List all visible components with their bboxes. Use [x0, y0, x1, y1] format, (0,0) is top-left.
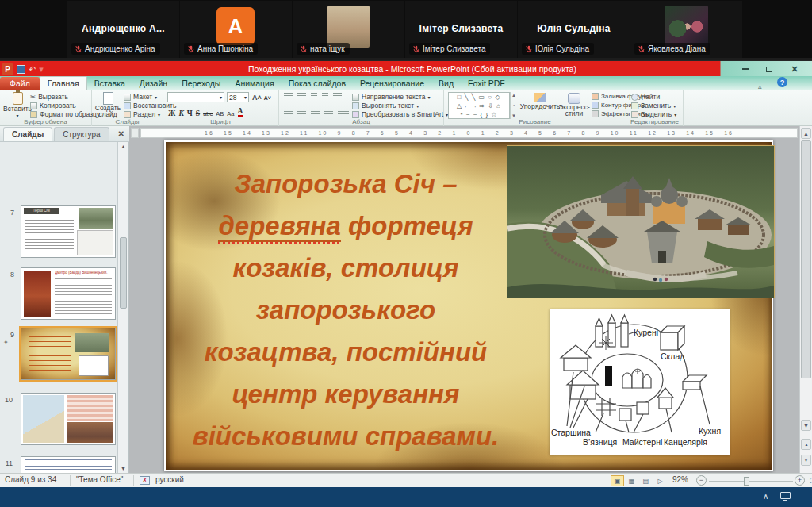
fit-to-window-button[interactable]: ⛶	[806, 475, 812, 486]
select-button[interactable]: Выделить▾	[631, 110, 676, 118]
tab-insert[interactable]: Вставка	[87, 77, 132, 90]
save-icon[interactable]	[17, 65, 25, 74]
change-case-button[interactable]: Аа	[227, 110, 234, 117]
tab-review[interactable]: Рецензирование	[353, 77, 431, 90]
slide-text-block[interactable]: Запорозька Січ – деревяна фортеця козакі…	[172, 163, 519, 457]
align-left-icon[interactable]	[284, 109, 293, 116]
tab-animations[interactable]: Анимация	[228, 77, 281, 90]
indent-decrease-icon[interactable]	[311, 93, 317, 100]
tab-transitions[interactable]: Переходы	[174, 77, 228, 90]
section-button[interactable]: Раздел▾	[124, 110, 160, 118]
panel-scroll-up-icon[interactable]: ▲	[118, 144, 128, 149]
scroll-up-button[interactable]: ▲	[801, 128, 811, 139]
tab-file[interactable]: Файл	[0, 77, 40, 90]
slide-sorter-view-button[interactable]: ▦	[625, 475, 638, 486]
align-right-icon[interactable]	[311, 109, 320, 116]
quick-styles-button[interactable]: Экспресс-стили	[558, 93, 590, 117]
align-center-icon[interactable]	[297, 109, 306, 116]
slide-thumbnail-9-selected[interactable]	[21, 328, 116, 380]
title-bar[interactable]: P ↶ ▾ Походження українського козацтва -…	[0, 60, 812, 76]
arrange-button[interactable]: Упорядочить	[522, 93, 558, 110]
font-color-button[interactable]: А	[238, 107, 243, 117]
animation-star-icon[interactable]: ✦	[3, 339, 9, 346]
tab-view[interactable]: Вид	[431, 77, 461, 90]
strikethrough-button[interactable]: S	[196, 109, 200, 117]
minimize-button[interactable]	[736, 63, 755, 75]
tab-design[interactable]: Дизайн	[132, 77, 174, 90]
participant-tile[interactable]: Імітер Єлизавета Імітер Єлизавета	[405, 1, 517, 58]
powerpoint-app-icon[interactable]: P	[2, 63, 13, 75]
zoom-slider-track[interactable]	[709, 481, 793, 482]
paste-dropdown-icon[interactable]: ▾	[17, 113, 19, 118]
tab-home[interactable]: Главная	[40, 76, 87, 90]
find-button[interactable]: Найти	[631, 93, 660, 101]
normal-view-button[interactable]: ▣	[611, 475, 624, 486]
language-indicator[interactable]: русский	[155, 475, 184, 484]
line-spacing-icon[interactable]	[333, 93, 342, 100]
shapes-gallery[interactable]: □ ╲ ╲ ▭ ○ ◇ △ ⌐ ¬ ⇨ ⇩ ⌂ * ~ ~ { } ☆ ▲▪▼	[448, 92, 517, 119]
justify-icon[interactable]	[324, 109, 333, 116]
format-painter-button[interactable]: Формат по образцу	[30, 110, 100, 118]
qat-dropdown-icon[interactable]: ▾	[39, 65, 44, 74]
participant-tile[interactable]: Яковлева Діана	[630, 1, 742, 58]
tray-expand-icon[interactable]: ∧	[763, 492, 768, 501]
layout-button[interactable]: Макет▾	[124, 93, 157, 101]
grow-shrink-font-buttons[interactable]: A˄A˅	[252, 94, 271, 102]
previous-slide-button[interactable]: ▲	[801, 439, 811, 450]
network-display-icon[interactable]	[780, 492, 791, 499]
replace-button[interactable]: Заменить▾	[631, 102, 676, 109]
next-slide-button[interactable]: ▼	[801, 455, 811, 466]
font-name-combo[interactable]: ▾	[167, 92, 224, 102]
zoom-out-button[interactable]: −	[696, 475, 707, 486]
spell-check-icon[interactable]: ✗	[140, 476, 150, 485]
tab-slideshow[interactable]: Показ слайдов	[282, 77, 353, 90]
align-text-button[interactable]: Выровнять текст▾	[352, 102, 419, 109]
participant-tile[interactable]: A Анна Пшонкіна	[180, 1, 292, 58]
zoom-percentage[interactable]: 92%	[672, 475, 688, 484]
char-spacing-button[interactable]: АВ	[216, 110, 224, 117]
new-slide-button[interactable]: Создать слайд	[94, 92, 121, 117]
participant-tile[interactable]: Юлія Сульдіна Юлія Сульдіна	[518, 1, 630, 58]
undo-icon[interactable]: ↶	[29, 65, 36, 74]
columns-icon[interactable]	[338, 109, 349, 116]
slide-counter[interactable]: Слайд 9 из 34	[5, 475, 56, 484]
panel-scroll-down-icon[interactable]: ▼	[118, 466, 128, 471]
panel-scroll-thumb[interactable]	[120, 237, 127, 309]
panel-tab-outline[interactable]: Структура	[54, 127, 109, 141]
scroll-down-button[interactable]: ▼	[801, 420, 811, 431]
close-button[interactable]: ✕	[785, 63, 804, 75]
theme-name[interactable]: "Тема Office"	[76, 475, 123, 484]
maximize-button[interactable]	[760, 63, 779, 75]
panel-tab-slides[interactable]: Слайды	[3, 127, 52, 141]
text-direction-button[interactable]: Направление текста▾	[352, 93, 431, 101]
underline-button[interactable]: Ч	[187, 109, 193, 117]
zoom-slider-thumb[interactable]	[744, 477, 749, 486]
slideshow-view-button[interactable]: ▷	[653, 475, 667, 486]
slide-thumbnail-7[interactable]: Перші Січі	[21, 205, 116, 258]
panel-scrollbar[interactable]: ▲ ▼	[117, 142, 128, 473]
participant-tile[interactable]: ната іщук	[293, 1, 404, 58]
font-size-combo[interactable]: 28▾	[227, 92, 249, 102]
paste-button[interactable]: Вставить ▾	[3, 92, 32, 118]
tab-foxit-pdf[interactable]: Foxit PDF	[461, 77, 512, 90]
sich-plan-diagram[interactable]: Курені Склад Старшина В’язниця Майстерні…	[550, 309, 730, 455]
shapes-grid[interactable]: □ ╲ ╲ ▭ ○ ◇ △ ⌐ ¬ ⇨ ⇩ ⌂ * ~ ~ { } ☆	[448, 92, 510, 119]
convert-smartart-button[interactable]: Преобразовать в SmartArt▾	[352, 110, 448, 118]
zoom-in-button[interactable]: +	[795, 475, 805, 486]
italic-button[interactable]: К	[178, 109, 183, 117]
shapes-gallery-scroll[interactable]: ▲▪▼	[510, 92, 517, 119]
fortress-photo[interactable]	[507, 145, 775, 298]
slide-thumbnail-8[interactable]: Дмитро (Байда) Вишневецький.	[21, 267, 116, 320]
vertical-scrollbar[interactable]: ▲ ▼ ▲ ▼	[799, 126, 812, 473]
indent-increase-icon[interactable]	[322, 93, 328, 100]
copy-button[interactable]: Копировать	[30, 102, 76, 109]
cut-button[interactable]: ✂Вырезать	[30, 93, 68, 101]
slide-thumbnail-10[interactable]	[21, 393, 116, 445]
reading-view-button[interactable]: ▤	[639, 475, 653, 486]
bold-button[interactable]: Ж	[168, 109, 175, 117]
scroll-thumb[interactable]	[801, 140, 811, 378]
numbering-icon[interactable]	[297, 93, 306, 100]
bullets-icon[interactable]	[284, 93, 293, 100]
help-button[interactable]: ?	[777, 77, 787, 87]
slide-canvas[interactable]: Запорозька Січ – деревяна фортеця козакі…	[164, 140, 773, 471]
